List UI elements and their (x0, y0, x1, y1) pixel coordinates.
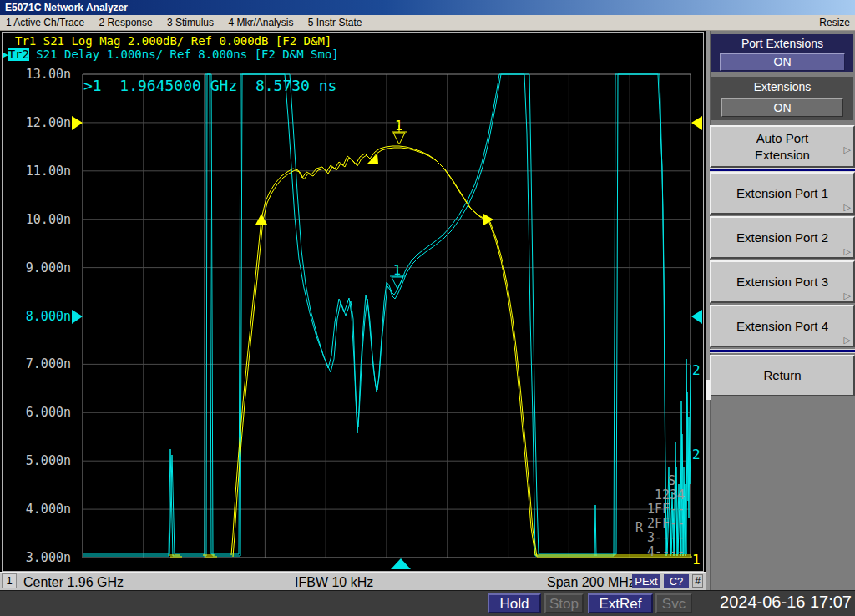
submenu-arrow-icon: ▷ (844, 321, 851, 360)
marker1-tr1-label: 1 (395, 119, 402, 134)
marker1-stimulus-indicator (391, 558, 411, 569)
hash-status-badge: # (692, 574, 703, 588)
window-title-bar: E5071C Network Analyzer (0, 0, 855, 15)
y-axis-tick-label: 4.000n (26, 502, 71, 517)
extension-port-3-button[interactable]: Extension Port 3▷ (710, 260, 855, 303)
auto-port-extension-line1: Auto Port (711, 130, 853, 147)
trace2-status-line[interactable]: ▶Tr2 S21 Delay 1.000ns/ Ref 8.000ns [F2 … (3, 48, 339, 61)
extension-port-4-label: Extension Port 4 (736, 319, 828, 333)
graticule-plot-area[interactable]: 13.00n12.00n11.00n10.00n9.000n8.000n7.00… (0, 31, 706, 574)
trace2-edge-label-b: 2 (692, 447, 701, 462)
menu-response[interactable]: 2 Response (94, 15, 159, 31)
auto-port-extension-line2: Extension (711, 147, 853, 164)
extension-port-2-button[interactable]: Extension Port 2▷ (710, 216, 855, 259)
y-axis-tick-label: 12.00n (26, 115, 71, 130)
extension-port-3-label: Extension Port 3 (736, 275, 828, 289)
marker1-readout: >1 1.9645000 GHz 8.5730 ns (83, 77, 336, 94)
auto-port-extension-button[interactable]: Auto Port Extension ▷ (710, 125, 855, 168)
y-axis-tick-label: 9.000n (26, 260, 71, 275)
stop-indicator: Stop (544, 593, 584, 613)
menu-instr-state[interactable]: 5 Instr State (302, 15, 368, 31)
span-label[interactable]: Span 200 MHz (547, 575, 635, 590)
y-axis-tick-label: 10.00n (26, 212, 71, 227)
port-status-r: R (635, 520, 644, 535)
tr2-ref-marker-left (72, 310, 83, 324)
trace1-name: Tr1 (15, 34, 36, 48)
e5071c-screen: { "window": {"title": "E5071C Network An… (0, 0, 855, 616)
window-title: E5071C Network Analyzer (5, 2, 128, 13)
port-extensions-on-state[interactable]: ON (720, 53, 845, 71)
menu-resize[interactable]: Resize (819, 17, 850, 28)
trace2-edge-label-a: 2 (692, 362, 701, 378)
trace2-settings: S21 Delay 1.000ns/ Ref 8.000ns [F2 D&M S… (29, 48, 339, 61)
svc-indicator: Svc (655, 593, 692, 613)
ifbw-label[interactable]: IFBW 10 kHz (295, 575, 373, 590)
date-time-display: 2024-06-16 17:07 (720, 593, 852, 612)
y-axis-tick-label: 3.000n (26, 550, 71, 565)
menu-bar: 1 Active Ch/Trace 2 Response 3 Stimulus … (0, 15, 855, 31)
trace1-edge-label: 1 (692, 552, 701, 568)
y-axis-tick-label: 7.000n (26, 356, 71, 371)
softkey-separator (710, 349, 855, 353)
calibration-status-badge: C? (664, 574, 689, 588)
marker1-tr2-label: 1 (393, 263, 401, 278)
menu-active-ch-trace[interactable]: 1 Active Ch/Trace (0, 15, 90, 31)
port-status-row4: 4---- (647, 544, 685, 559)
trace2-name: Tr2 (8, 48, 29, 61)
hold-indicator: Hold (488, 593, 541, 613)
port-status-row3: 3---- (647, 530, 685, 545)
trace1-status-line[interactable]: Tr1 S21 Log Mag 2.000dB/ Ref 0.000dB [F2… (15, 34, 331, 48)
channel-number-badge: 1 (2, 573, 17, 588)
y-axis-tick-label: 13.00n (26, 67, 71, 82)
menu-mkr-analysis[interactable]: 4 Mkr/Analysis (222, 15, 299, 31)
menu-stimulus[interactable]: 3 Stimulus (161, 15, 220, 31)
tr2-delay-data (594, 505, 596, 556)
y-axis-tick-label: 6.000n (26, 405, 71, 420)
extensions-on-state[interactable]: ON (721, 98, 843, 117)
return-button-label: Return (763, 368, 801, 382)
tr1-logmag-data (231, 146, 691, 555)
tr1-trace-arrow-right (483, 214, 493, 225)
y-axis-tick-label: 5.000n (26, 453, 71, 468)
softkey-menu-title-label: Port Extensions (711, 37, 853, 50)
return-button[interactable]: Return (710, 355, 855, 396)
extension-port-1-button[interactable]: Extension Port 1▷ (710, 172, 855, 215)
extension-port-1-label: Extension Port 1 (736, 186, 828, 200)
port-status-cols: 1234 (655, 487, 685, 502)
y-axis-tick-label: 11.00n (26, 164, 71, 179)
center-frequency-label[interactable]: Center 1.96 GHz (23, 575, 124, 590)
submenu-arrow-icon: ▷ (844, 141, 851, 158)
port-status-s: S (668, 473, 675, 488)
extension-port-2-label: Extension Port 2 (736, 230, 828, 245)
port-status-row2: 2FF-- (647, 516, 685, 531)
port-extension-status-badge: PExt (632, 574, 660, 588)
softkey-extensions-label: Extensions (711, 80, 853, 93)
extension-port-4-button[interactable]: Extension Port 4▷ (710, 305, 855, 347)
port-status-row1: 1FF-- (647, 502, 685, 517)
tr2-ref-marker-right (691, 310, 702, 324)
tr1-ref-marker-left (72, 116, 83, 130)
extref-indicator: ExtRef (588, 593, 653, 613)
y-axis-tick-label: 8.000n (26, 309, 71, 324)
active-trace-arrow-icon: ▶ (3, 49, 8, 60)
trace1-settings: S21 Log Mag 2.000dB/ Ref 0.000dB [F2 D&M… (36, 34, 331, 48)
tr1-ref-marker-right (691, 116, 702, 130)
